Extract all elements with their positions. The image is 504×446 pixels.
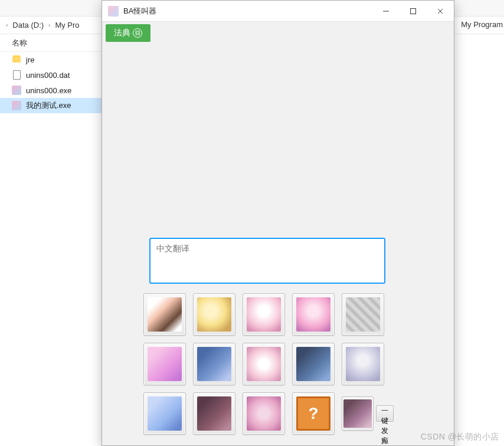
character-button-12[interactable] bbox=[193, 392, 235, 435]
mystery-button[interactable]: ? bbox=[292, 392, 335, 435]
smiley-icon: 囧 bbox=[133, 28, 142, 38]
character-thumb bbox=[197, 396, 231, 431]
file-name: unins000.exe bbox=[26, 86, 71, 95]
list-item[interactable]: unins000.dat bbox=[0, 67, 102, 83]
character-thumb bbox=[346, 347, 380, 381]
titlebar[interactable]: BA怪叫器 bbox=[102, 1, 454, 22]
character-button-6[interactable] bbox=[143, 343, 186, 385]
character-thumb bbox=[247, 347, 281, 381]
breadcrumb-segment[interactable]: Data (D:) bbox=[12, 21, 44, 29]
character-button-7[interactable] bbox=[193, 343, 235, 385]
breadcrumb-segment[interactable]: My Pro bbox=[55, 21, 79, 29]
character-thumb bbox=[148, 297, 182, 332]
character-button-9[interactable] bbox=[292, 343, 335, 385]
character-thumb bbox=[148, 347, 182, 381]
file-name: 我的测试.exe bbox=[26, 100, 71, 111]
maximize-icon bbox=[410, 8, 417, 15]
column-header-name[interactable]: 名称 bbox=[0, 34, 102, 52]
file-name: jre bbox=[26, 55, 34, 64]
character-thumb bbox=[296, 297, 330, 332]
list-item[interactable]: jre bbox=[0, 52, 102, 67]
character-thumb bbox=[148, 396, 182, 431]
character-button-5[interactable] bbox=[342, 293, 384, 336]
last-cell: 一键发癫 bbox=[342, 392, 384, 435]
character-thumb bbox=[247, 297, 281, 332]
character-button-11[interactable] bbox=[143, 392, 186, 435]
breadcrumb-fragment: My Program bbox=[461, 20, 503, 29]
svg-rect-1 bbox=[411, 8, 416, 14]
character-thumb bbox=[296, 347, 330, 381]
app-icon bbox=[108, 6, 119, 17]
question-icon: ? bbox=[296, 396, 330, 431]
character-button-15[interactable] bbox=[342, 396, 374, 431]
minimize-button[interactable] bbox=[372, 1, 400, 22]
file-name: unins000.dat bbox=[26, 71, 70, 80]
character-thumb bbox=[197, 347, 231, 381]
chevron-right-icon: › bbox=[5, 22, 9, 28]
app-body: 法典 囧 ? 一键发癫 bbox=[102, 22, 454, 445]
character-thumb bbox=[343, 399, 372, 428]
list-item[interactable]: unins000.exe bbox=[0, 83, 102, 98]
character-button-1[interactable] bbox=[143, 293, 186, 336]
character-button-2[interactable] bbox=[193, 293, 235, 336]
file-list: 名称 jre unins000.dat unins000.exe 我的测试.ex… bbox=[0, 34, 102, 446]
character-grid: ? 一键发癫 bbox=[143, 293, 421, 435]
character-thumb bbox=[346, 297, 380, 332]
fadian-label: 法典 bbox=[114, 28, 130, 38]
character-thumb bbox=[247, 396, 281, 431]
fadian-button[interactable]: 法典 囧 bbox=[106, 24, 150, 42]
character-button-3[interactable] bbox=[243, 293, 285, 336]
chevron-right-icon: › bbox=[47, 22, 51, 28]
translate-input[interactable] bbox=[149, 238, 385, 284]
app-window: BA怪叫器 法典 囧 bbox=[102, 0, 454, 446]
folder-icon bbox=[12, 55, 21, 64]
character-button-4[interactable] bbox=[292, 293, 335, 336]
close-button[interactable] bbox=[427, 1, 454, 22]
character-button-10[interactable] bbox=[342, 343, 384, 385]
character-thumb bbox=[197, 297, 231, 332]
minimize-icon bbox=[382, 8, 390, 15]
character-button-13[interactable] bbox=[243, 392, 285, 435]
maximize-button[interactable] bbox=[400, 1, 427, 22]
window-title: BA怪叫器 bbox=[123, 6, 156, 17]
one-click-button[interactable]: 一键发癫 bbox=[376, 405, 394, 422]
character-button-8[interactable] bbox=[243, 343, 285, 385]
close-icon bbox=[437, 8, 444, 15]
list-item[interactable]: 我的测试.exe bbox=[0, 98, 102, 113]
file-icon bbox=[12, 70, 21, 80]
exe-icon bbox=[12, 101, 21, 110]
exe-icon bbox=[12, 86, 21, 95]
